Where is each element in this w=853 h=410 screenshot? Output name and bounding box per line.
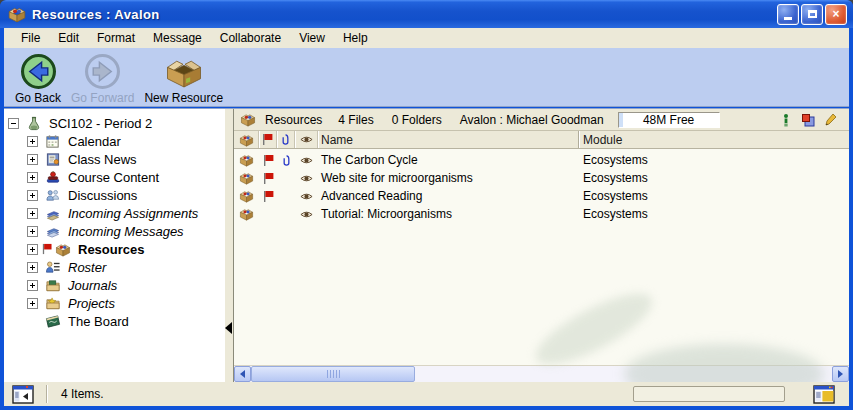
go-forward-icon — [85, 53, 120, 90]
tree-item-label: Journals — [66, 278, 119, 293]
free-space-fill — [619, 113, 623, 127]
resource-name[interactable]: Web site for microorganisms — [318, 169, 579, 187]
column-type[interactable] — [234, 131, 259, 148]
tree-item-journals[interactable]: Journals — [4, 276, 225, 294]
resource-box-icon — [8, 5, 26, 23]
tree-item-label: Incoming Assignments — [66, 206, 200, 221]
expand-toggle-icon[interactable] — [27, 262, 38, 273]
menu-item-edit[interactable]: Edit — [49, 29, 88, 48]
expand-toggle-icon[interactable] — [27, 136, 38, 147]
tree-item-incoming-messages[interactable]: Incoming Messages — [4, 222, 225, 240]
column-name[interactable]: Name — [318, 131, 579, 148]
resource-row[interactable]: Web site for microorganisms Ecosystems — [234, 169, 849, 187]
expand-toggle-icon[interactable] — [27, 154, 38, 165]
flag-icon — [262, 154, 275, 167]
title-bar[interactable]: Resources : Avalon × — [0, 0, 853, 28]
tree-item-calendar[interactable]: Calendar — [4, 132, 225, 150]
close-button[interactable]: × — [825, 4, 847, 25]
resource-row[interactable]: Tutorial: Microorganisms Ecosystems — [234, 205, 849, 223]
panel-splitter[interactable] — [225, 109, 234, 382]
tree-item-label: Roster — [66, 260, 108, 275]
menu-item-help[interactable]: Help — [334, 29, 377, 48]
menu-item-collaborate[interactable]: Collaborate — [211, 29, 290, 48]
new-resource-button[interactable]: New Resource — [141, 52, 226, 106]
collapse-toggle-icon[interactable] — [8, 118, 19, 129]
tree-item-incoming-assignments[interactable]: Incoming Assignments — [4, 204, 225, 222]
collapse-panel-arrow-icon[interactable] — [225, 322, 232, 334]
eye-icon — [300, 133, 313, 146]
tree-item-label: SCI102 - Period 2 — [47, 116, 154, 131]
minimize-button[interactable] — [777, 4, 799, 25]
tree-item-label: Discussions — [66, 188, 139, 203]
table-column-header: Name Module — [234, 131, 849, 149]
resource-module: Ecosystems — [579, 151, 849, 169]
go-forward-button: Go Forward — [68, 52, 137, 106]
expand-toggle-icon[interactable] — [27, 172, 38, 183]
column-flag[interactable] — [259, 131, 277, 148]
column-module[interactable]: Module — [579, 131, 849, 148]
expand-toggle-icon[interactable] — [27, 208, 38, 219]
resource-name[interactable]: Tutorial: Microorganisms — [318, 205, 579, 223]
resource-name[interactable]: The Carbon Cycle — [318, 151, 579, 169]
free-space-meter: 48M Free — [618, 112, 720, 128]
course-content-icon — [45, 170, 61, 185]
tree-item-discussions[interactable]: Discussions — [4, 186, 225, 204]
resource-box-icon — [239, 207, 254, 221]
maximize-button[interactable] — [801, 4, 823, 25]
expand-toggle-icon[interactable] — [27, 190, 38, 201]
eye-icon — [300, 172, 313, 185]
scrollbar-thumb[interactable] — [251, 366, 415, 382]
online-user-icon[interactable] — [779, 113, 793, 127]
expand-toggle-icon[interactable] — [27, 226, 38, 237]
discussions-icon — [45, 188, 61, 203]
menu-item-format[interactable]: Format — [88, 29, 144, 48]
tree-item-label: Projects — [66, 296, 117, 311]
copy-pages-icon[interactable] — [801, 113, 815, 127]
scroll-right-button[interactable] — [832, 366, 849, 382]
tree-item-roster[interactable]: Roster — [4, 258, 225, 276]
flag-icon — [262, 190, 275, 203]
new-resource-label: New Resource — [144, 91, 223, 105]
go-back-label: Go Back — [15, 91, 61, 105]
tree-item-label: Calendar — [66, 134, 123, 149]
toggle-sidebar-icon[interactable] — [12, 385, 34, 404]
account-label: Avalon : Michael Goodman — [460, 113, 604, 127]
paperclip-icon — [280, 154, 293, 167]
window-title: Resources : Avalon — [32, 7, 775, 22]
tree-item-projects[interactable]: Projects — [4, 294, 225, 312]
resource-row[interactable]: The Carbon Cycle Ecosystems — [234, 151, 849, 169]
expand-toggle-icon[interactable] — [27, 244, 38, 255]
column-visibility[interactable] — [295, 131, 318, 148]
expand-toggle-icon[interactable] — [27, 298, 38, 309]
flag-icon — [41, 243, 53, 255]
menu-item-view[interactable]: View — [290, 29, 334, 48]
course-tree-panel: SCI102 - Period 2 Calendar — [4, 109, 225, 382]
go-back-button[interactable]: Go Back — [12, 52, 64, 106]
column-attachment[interactable] — [277, 131, 295, 148]
resource-list: The Carbon Cycle Ecosystems Web site for… — [234, 149, 849, 365]
tree-item-class-news[interactable]: Class News — [4, 150, 225, 168]
go-back-icon — [21, 53, 56, 90]
edit-pencil-icon[interactable] — [823, 113, 837, 127]
map-watermark — [624, 344, 824, 382]
resource-name[interactable]: Advanced Reading — [318, 187, 579, 205]
menu-item-file[interactable]: File — [12, 29, 49, 48]
resource-row[interactable]: Advanced Reading Ecosystems — [234, 187, 849, 205]
flag-icon — [261, 133, 274, 146]
tree-item-resources[interactable]: Resources — [4, 240, 225, 258]
menu-item-message[interactable]: Message — [144, 29, 211, 48]
expand-toggle-icon[interactable] — [27, 280, 38, 291]
resources-panel: Resources 4 Files 0 Folders Avalon : Mic… — [234, 109, 849, 382]
tree-item-the-board[interactable]: The Board — [4, 312, 225, 330]
flask-icon — [26, 116, 42, 131]
main-area: SCI102 - Period 2 Calendar — [4, 108, 849, 382]
scroll-left-button[interactable] — [234, 366, 251, 382]
tree-item-root[interactable]: SCI102 - Period 2 — [4, 114, 225, 132]
tree-item-course-content[interactable]: Course Content — [4, 168, 225, 186]
tree-item-label: Incoming Messages — [66, 224, 186, 239]
class-news-icon — [45, 152, 61, 167]
course-tree: SCI102 - Period 2 Calendar — [4, 109, 225, 330]
item-count-text: 4 Items. — [61, 387, 104, 401]
application-window: Resources : Avalon × File Edit Format Me… — [0, 0, 853, 410]
layout-view-icon[interactable] — [813, 385, 835, 404]
